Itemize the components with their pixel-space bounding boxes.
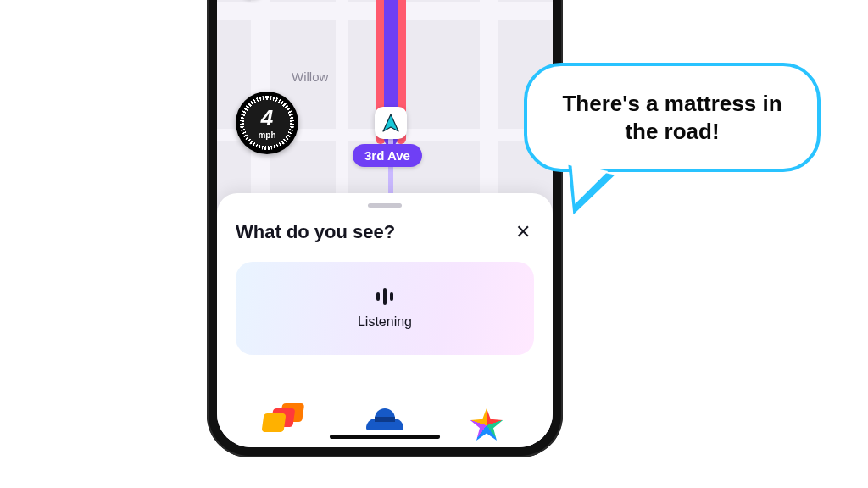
waveform-icon: [376, 287, 393, 306]
phone-frame: Willow 3rd Ave 4 mph What do you see?: [207, 0, 563, 458]
speed-unit: mph: [258, 130, 275, 140]
speech-bubble: There's a mattress in the road!: [524, 63, 821, 172]
current-street-pill[interactable]: 3rd Ave: [353, 144, 422, 167]
speech-bubble-text: There's a mattress in the road!: [562, 91, 782, 144]
speedometer[interactable]: 4 mph: [236, 92, 298, 154]
home-indicator[interactable]: [330, 435, 440, 439]
report-traffic-icon[interactable]: [258, 403, 309, 441]
report-hazard-icon[interactable]: [461, 403, 512, 441]
street-label-willow: Willow: [292, 69, 328, 84]
speed-value: 4: [261, 107, 273, 129]
navigation-cursor-icon: [375, 107, 407, 139]
listening-label: Listening: [358, 314, 412, 330]
voice-report-sheet: What do you see? ✕ Listening: [217, 193, 553, 447]
phone-screen: Willow 3rd Ave 4 mph What do you see?: [217, 0, 553, 447]
close-icon: ✕: [515, 221, 531, 242]
canvas: Willow 3rd Ave 4 mph What do you see?: [0, 0, 868, 488]
listening-button[interactable]: Listening: [236, 262, 534, 355]
sheet-grabber[interactable]: [368, 203, 402, 208]
close-button[interactable]: ✕: [512, 219, 534, 245]
sheet-title: What do you see?: [236, 221, 395, 243]
